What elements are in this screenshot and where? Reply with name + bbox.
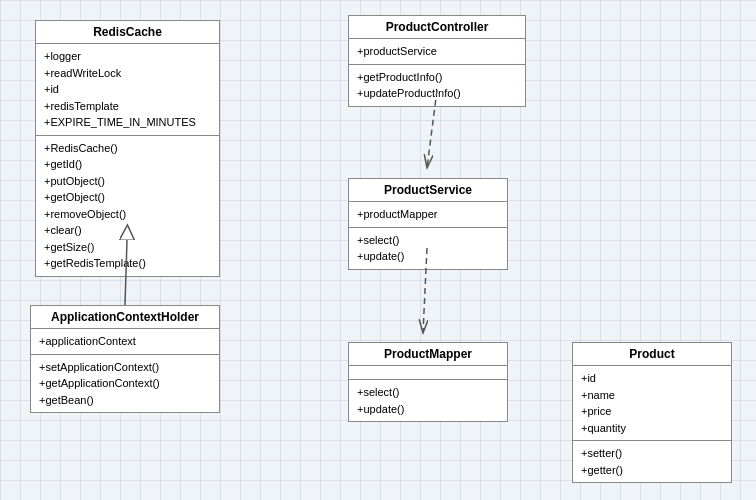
product-mapper-fields [349,366,507,380]
app-context-holder-box: ApplicationContextHolder +applicationCon… [30,305,220,413]
product-methods: +setter() +getter() [573,441,731,482]
redis-cache-box: RedisCache +logger +readWriteLock +id +r… [35,20,220,277]
redis-cache-title: RedisCache [36,21,219,44]
product-fields: +id +name +price +quantity [573,366,731,441]
redis-cache-fields: +logger +readWriteLock +id +redisTemplat… [36,44,219,136]
product-service-methods: +select() +update() [349,228,507,269]
app-context-holder-title: ApplicationContextHolder [31,306,219,329]
app-context-holder-fields: +applicationContext [31,329,219,355]
product-mapper-title: ProductMapper [349,343,507,366]
product-mapper-methods: +select() +update() [349,380,507,421]
product-controller-methods: +getProductInfo() +updateProductInfo() [349,65,525,106]
product-mapper-box: ProductMapper +select() +update() [348,342,508,422]
product-service-title: ProductService [349,179,507,202]
product-title: Product [573,343,731,366]
product-service-fields: +productMapper [349,202,507,228]
product-service-box: ProductService +productMapper +select() … [348,178,508,270]
product-controller-fields: +productService [349,39,525,65]
product-box: Product +id +name +price +quantity +sett… [572,342,732,483]
product-controller-title: ProductController [349,16,525,39]
app-context-holder-methods: +setApplicationContext() +getApplication… [31,355,219,413]
product-controller-box: ProductController +productService +getPr… [348,15,526,107]
redis-cache-methods: +RedisCache() +getId() +putObject() +get… [36,136,219,276]
